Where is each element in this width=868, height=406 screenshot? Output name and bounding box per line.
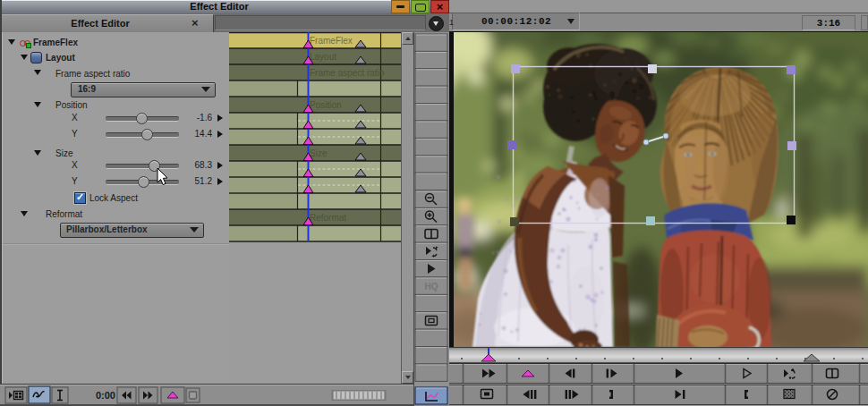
svg-text:FrameFlex: FrameFlex: [310, 36, 353, 46]
svg-text:HQ: HQ: [425, 282, 438, 292]
svg-text:Reformat: Reformat: [310, 213, 346, 223]
svg-text:Position: Position: [310, 100, 342, 110]
svg-text:Frame aspect ratio: Frame aspect ratio: [310, 68, 385, 78]
svg-text:Layout: Layout: [310, 52, 336, 62]
svg-text:Size: Size: [310, 148, 328, 158]
svg-text:0:00: 0:00: [96, 390, 115, 401]
